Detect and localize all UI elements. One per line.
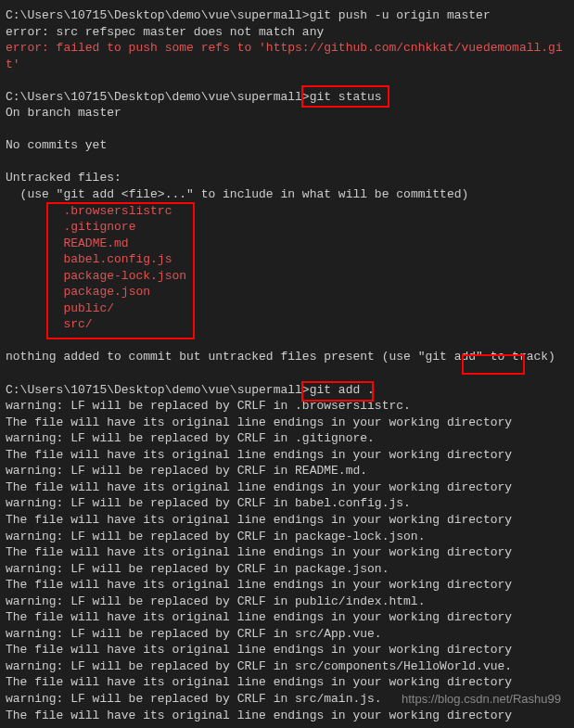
untracked-file: babel.config.js: [6, 251, 568, 268]
warning-line: warning: LF will be replaced by CRLF in …: [6, 495, 568, 512]
untracked-file: src/: [6, 316, 568, 333]
warning-line: warning: LF will be replaced by CRLF in …: [6, 658, 568, 675]
untracked-file: .gitignore: [6, 219, 568, 236]
warning-line: The file will have its original line end…: [6, 674, 568, 691]
warning-line: warning: LF will be replaced by CRLF in …: [6, 398, 568, 415]
untracked-file: .browserslistrc: [6, 203, 568, 220]
error-line: error: failed to push some refs to 'http…: [6, 40, 568, 72]
watermark: https://blog.csdn.net/Rashu99: [402, 691, 561, 708]
warning-line: warning: LF will be replaced by CRLF in …: [6, 626, 568, 643]
warning-line: The file will have its original line end…: [6, 609, 568, 626]
blank-line: [6, 121, 568, 138]
blank-line: [6, 154, 568, 171]
warning-line: The file will have its original line end…: [6, 708, 568, 724]
on-branch: On branch master: [6, 105, 568, 121]
untracked-hint: (use "git add <file>..." to include in w…: [6, 186, 568, 203]
warning-line: The file will have its original line end…: [6, 577, 568, 594]
warning-line: warning: LF will be replaced by CRLF in …: [6, 561, 568, 578]
untracked-file: package.json: [6, 284, 568, 300]
untracked-file: public/: [6, 300, 568, 317]
prompt-line-add: C:\Users\10715\Desktop\demo\vue\supermal…: [6, 382, 568, 399]
prompt-line-push: C:\Users\10715\Desktop\demo\vue\supermal…: [6, 7, 568, 24]
untracked-file: package-lock.json: [6, 268, 568, 285]
nothing-added: nothing added to commit but untracked fi…: [6, 349, 568, 365]
untracked-file: README.md: [6, 236, 568, 252]
error-line: error: src refspec master does not match…: [6, 24, 568, 41]
untracked-header: Untracked files:: [6, 170, 568, 186]
warning-line: warning: LF will be replaced by CRLF in …: [6, 430, 568, 447]
warning-line: The file will have its original line end…: [6, 415, 568, 431]
untracked-file-list: .browserslistrc .gitignore README.md bab…: [6, 203, 568, 333]
warnings-block: warning: LF will be replaced by CRLF in …: [6, 398, 568, 723]
warning-line: The file will have its original line end…: [6, 447, 568, 464]
blank-line: [6, 723, 568, 728]
warning-line: warning: LF will be replaced by CRLF in …: [6, 529, 568, 545]
warning-line: The file will have its original line end…: [6, 544, 568, 561]
warning-line: warning: LF will be replaced by CRLF in …: [6, 594, 568, 610]
warning-line: The file will have its original line end…: [6, 512, 568, 529]
blank-line: [6, 365, 568, 382]
terminal-output[interactable]: C:\Users\10715\Desktop\demo\vue\supermal…: [6, 7, 568, 728]
blank-line: [6, 333, 568, 350]
prompt-line-status: C:\Users\10715\Desktop\demo\vue\supermal…: [6, 89, 568, 106]
warning-line: The file will have its original line end…: [6, 479, 568, 496]
warning-line: The file will have its original line end…: [6, 642, 568, 658]
blank-line: [6, 72, 568, 89]
no-commits: No commits yet: [6, 137, 568, 154]
warning-line: warning: LF will be replaced by CRLF in …: [6, 463, 568, 479]
